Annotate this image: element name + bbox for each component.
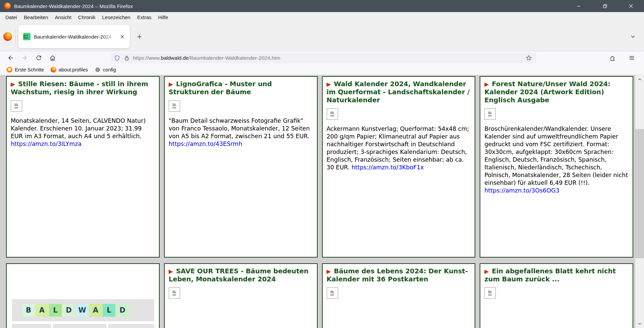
tab-separator [15,30,16,43]
firefox-app-button[interactable] [0,25,15,48]
card-body: Monatskalender, 14 Seiten, CALVENDO Natu… [11,117,155,148]
baldwald-logo: B A L D W A L D [12,299,154,321]
card-heading: ▶Ein abgefallenes Blatt kehrt nicht zum … [484,267,629,283]
amazon-link[interactable]: https://amzn.to/43ESrmh [169,141,242,147]
menu-bearbeiten[interactable]: Bearbeiten [20,13,52,21]
bullet-triangle-icon: ▶ [11,81,15,88]
logo-letter: L [49,304,62,317]
card-grid: ▶Stille Riesen: Bäume - still in ihrem W… [0,75,635,328]
bookmark-about-profiles[interactable]: about:profiles [47,65,91,74]
baldwald-favicon-icon: BALD WALD [23,33,31,40]
page-content: ▶Stille Riesen: Bäume - still in ihrem W… [0,75,635,328]
vertical-scrollbar[interactable] [635,75,644,328]
product-card-stille-riesen: ▶Stille Riesen: Bäume - still in ihrem W… [6,76,160,258]
card-heading: ▶SAVE OUR TREES - Bäume bedeuten Leben, … [169,267,313,283]
logo-letter: L [103,304,115,317]
card-heading-text: Ein abgefallenes Blatt kehrt nicht zum B… [484,267,616,283]
bookmark-label: about:profiles [59,67,88,72]
favicon-text-bottom: WALD [23,37,30,39]
window-titlebar: Baumkalender-Waldkalender-2024 – Mozilla… [0,0,644,12]
home-button[interactable] [46,52,60,64]
card-heading: ▶Wald Kalender 2024, Wandkalender im Que… [327,80,471,104]
close-button[interactable] [618,0,644,12]
gear-icon [95,67,101,73]
bookmark-star-icon[interactable] [526,55,532,61]
nav-bar-item[interactable] [12,324,51,328]
new-tab-button[interactable] [132,30,146,43]
forward-button[interactable] [17,52,32,64]
bookmark-erste-schritte[interactable]: Erste Schritte [3,65,47,74]
menu-lesezeichen[interactable]: Lesezeichen [99,13,133,21]
bullet-triangle-icon: ▶ [169,268,173,275]
active-tab[interactable]: BALD WALD Baumkalender-Waldkalender-2024 [18,25,130,48]
card-heading-text: Forest Nature/Unser Wald 2024: Kalender … [484,80,610,104]
card-heading: ▶Bäume des Lebens 2024: Der Kunst-Kalend… [327,267,471,283]
card-heading: ▶Stille Riesen: Bäume - still in ihrem W… [11,80,155,96]
bookmark-config[interactable]: config [91,65,119,74]
logo-letter: A [36,304,48,317]
product-card-wald-kalender: ▶Wald Kalender 2024, Wandkalender im Que… [322,76,476,258]
address-bar[interactable]: https://www.baldwald.de/Baumkalender-Wal… [111,53,536,63]
broken-image-icon [484,287,496,299]
nav-bar-item[interactable] [108,324,154,328]
logo-letter: W [76,304,89,317]
bullet-triangle-icon: ▶ [327,81,331,88]
logo-letter: B [22,304,35,317]
menu-extras[interactable]: Extras [134,13,155,21]
window-title: Baumkalender-Waldkalender-2024 – Mozilla… [14,3,133,9]
product-card-abgefallenes-blatt: ▶Ein abgefallenes Blatt kehrt nicht zum … [480,263,633,328]
back-button[interactable] [3,52,17,64]
broken-image-icon [327,108,338,120]
card-heading-text: SAVE OUR TREES - Bäume bedeuten Leben, M… [169,267,309,283]
menu-hilfe[interactable]: Hilfe [155,13,171,21]
bookmark-label: config [103,67,116,72]
scroll-up-arrow-icon[interactable] [635,75,644,84]
firefox-logo-icon [3,32,12,41]
bullet-triangle-icon: ▶ [327,268,331,275]
window-controls [566,0,644,12]
card-body-text: Monatskalender, 14 Seiten, CALVENDO Natu… [11,117,146,140]
card-heading-text: LignoGrafica - Muster und Strukturen der… [169,80,272,96]
scroll-down-arrow-icon[interactable] [635,319,644,328]
navigation-toolbar: https://www.baldwald.de/Baumkalender-Wal… [0,51,644,64]
toolbar-right-icons [606,52,641,64]
tracking-protection-shield-icon[interactable] [114,55,120,61]
logo-letter: D [62,304,75,317]
restore-button[interactable] [592,0,618,12]
url-domain: baldwald.de [161,55,189,61]
logo-letter: A [89,304,102,317]
tab-close-icon[interactable] [118,32,126,41]
menu-datei[interactable]: Datei [2,13,20,21]
menu-bar: Datei Bearbeiten Ansicht Chronik Lesezei… [0,12,644,22]
bullet-triangle-icon: ▶ [169,81,173,88]
minimize-button[interactable] [566,0,592,12]
menu-ansicht[interactable]: Ansicht [52,13,75,21]
bullet-triangle-icon: ▶ [484,81,489,88]
product-card-save-our-trees: ▶SAVE OUR TREES - Bäume bedeuten Leben, … [164,263,318,328]
reload-button[interactable] [32,52,46,64]
card-body-text: Broschürenkalender/Wandkalender. Unsere … [484,125,628,186]
menu-chronik[interactable]: Chronik [75,13,99,21]
bookmark-label: Erste Schritte [15,67,44,72]
card-body: Ackermann Kunstverlag; Querformat: 54x48… [327,125,471,171]
list-all-tabs-chevron-icon[interactable] [627,31,639,42]
broken-image-icon [11,100,22,112]
browser-window: Baumkalender-Waldkalender-2024 – Mozilla… [0,0,644,328]
amazon-link[interactable]: https://amzn.to/3KboF1x [352,164,424,171]
card-body: Broschürenkalender/Wandkalender. Unsere … [484,125,629,195]
amazon-link[interactable]: https://amzn.to/3Os6OG3 [484,187,559,194]
card-heading-text: Bäume des Lebens 2024: Der Kunst-Kalende… [327,267,468,283]
card-heading: ▶Forest Nature/Unser Wald 2024: Kalender… [484,80,629,104]
firefox-logo-icon [4,3,11,9]
tab-bar: BALD WALD Baumkalender-Waldkalender-2024 [0,22,644,51]
site-nav-placeholder [12,324,154,328]
hamburger-menu-icon[interactable] [625,52,639,64]
nav-bar-item[interactable] [53,324,107,328]
erste-schritte-icon [7,67,12,72]
baldwald-logo-card: B A L D W A L D [6,263,160,328]
lock-icon[interactable] [124,55,129,61]
amazon-link[interactable]: https://amzn.to/3ILYmza [11,141,82,147]
scrollbar-thumb[interactable] [635,129,644,258]
url-path: /Baumkalender-Waldkalender-2024.htm [189,55,280,61]
extensions-puzzle-icon[interactable] [606,52,620,64]
